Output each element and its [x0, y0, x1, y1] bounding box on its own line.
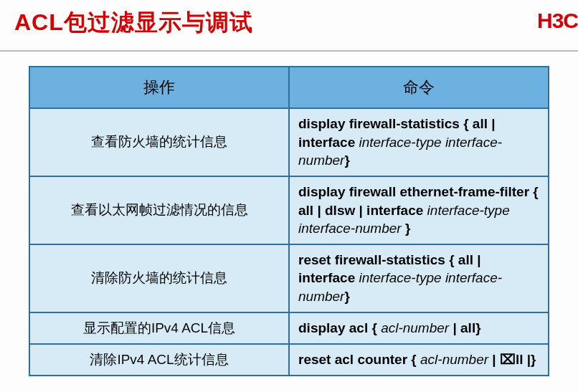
title-bar: ACL包过滤显示与调试 H3C — [0, 0, 578, 52]
command-cell: display firewall ethernet-frame-filter {… — [289, 176, 549, 244]
cmd-fragment: all — [460, 320, 475, 335]
cmd-fragment: } — [402, 221, 411, 236]
command-cell: display firewall-statistics { all | inte… — [289, 108, 549, 176]
table-row: 清除防火墙的统计信息reset firewall-statistics { al… — [29, 244, 549, 312]
cmd-fragment: acl-number — [420, 352, 488, 367]
page-title: ACL包过滤显示与调试 — [14, 9, 253, 35]
slide: ACL包过滤显示与调试 H3C 操作 命令 查看防火墙的统计信息display … — [0, 0, 578, 392]
cmd-fragment: | — [449, 320, 460, 335]
cmd-fragment: } — [344, 153, 349, 168]
operation-cell: 清除IPv4 ACL统计信息 — [29, 344, 289, 376]
header-operation: 操作 — [29, 67, 289, 108]
operation-cell: 显示配置的IPv4 ACL信息 — [29, 312, 289, 344]
table-body: 查看防火墙的统计信息display firewall-statistics { … — [29, 108, 549, 376]
command-table: 操作 命令 查看防火墙的统计信息display firewall-statist… — [29, 66, 549, 376]
brand-logo: H3C — [537, 9, 578, 33]
command-cell: reset firewall-statistics { all | interf… — [289, 244, 549, 312]
header-command: 命令 — [289, 67, 549, 108]
cmd-fragment: display acl { — [298, 320, 381, 335]
cmd-fragment: | ⌧ll |} — [488, 352, 536, 367]
operation-cell: 查看以太网帧过滤情况的信息 — [29, 176, 289, 244]
table-row: 查看防火墙的统计信息display firewall-statistics { … — [29, 108, 549, 176]
table-container: 操作 命令 查看防火墙的统计信息display firewall-statist… — [0, 52, 578, 376]
cmd-fragment: } — [344, 289, 349, 304]
table-row: 查看以太网帧过滤情况的信息display firewall ethernet-f… — [29, 176, 549, 244]
command-cell: reset acl counter { acl-number | ⌧ll |} — [289, 344, 549, 376]
operation-cell: 查看防火墙的统计信息 — [29, 108, 289, 176]
table-row: 显示配置的IPv4 ACL信息display acl { acl-number … — [29, 312, 549, 344]
table-row: 清除IPv4 ACL统计信息reset acl counter { acl-nu… — [29, 344, 549, 376]
cmd-fragment: reset acl counter { — [298, 352, 420, 367]
operation-cell: 清除防火墙的统计信息 — [29, 244, 289, 312]
cmd-fragment: } — [475, 320, 480, 335]
cmd-fragment: acl-number — [381, 320, 449, 335]
command-cell: display acl { acl-number | all} — [289, 312, 549, 344]
table-header-row: 操作 命令 — [29, 67, 549, 108]
